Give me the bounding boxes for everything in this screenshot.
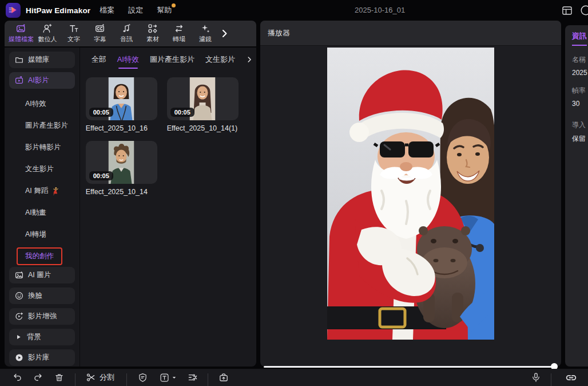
tool-media-files[interactable]: 媒體檔案 [8, 23, 34, 44]
tool-filter[interactable]: 濾鏡 [192, 23, 218, 44]
folder-icon [15, 56, 23, 64]
field-label-name: 名稱 [572, 55, 588, 65]
smart-cut-icon[interactable] [188, 369, 198, 386]
redo-icon[interactable] [33, 369, 43, 386]
clip-grid: 00:05 Effect_2025_10_16 00:05 [80, 68, 256, 204]
annotation-highlight-box: 我的創作 [17, 247, 62, 265]
sidebar-item-ai-animation[interactable]: AI動畫 [5, 202, 80, 223]
sidebar-item-text-to-video[interactable]: 文生影片 [5, 158, 80, 180]
main-toolbar: 媒體檔案 數位人 文字 字幕 音訊 素材 轉場 濾鏡 [5, 21, 256, 46]
video-enhance-icon [15, 312, 23, 321]
field-value-import: 保留 [572, 134, 588, 144]
app-logo [6, 3, 21, 18]
sidebar-item-video-library[interactable]: 影片庫 [9, 349, 75, 366]
menu-help[interactable]: 幫助 [157, 5, 172, 15]
menu-file[interactable]: 檔案 [100, 5, 114, 15]
split-button[interactable]: 分割 [86, 369, 114, 386]
tool-text[interactable]: 文字 [61, 23, 87, 44]
voiceover-mic-icon[interactable] [531, 369, 541, 386]
text-tool-icon[interactable] [160, 369, 177, 386]
sidebar-item-image-to-video[interactable]: 圖片產生影片 [5, 115, 80, 136]
play-circle-icon [15, 353, 23, 362]
duration-badge: 00:05 [89, 108, 113, 117]
clip-name: Effect_2025_10_14 [86, 188, 157, 196]
sidebar-item-background[interactable]: 背景 [9, 329, 75, 345]
notification-dot-icon [172, 3, 176, 7]
tool-assets[interactable]: 素材 [140, 23, 166, 44]
field-label-framerate: 幀率 [572, 86, 588, 96]
divider [551, 373, 551, 386]
scissors-icon [86, 372, 96, 383]
play-triangle-icon [15, 333, 22, 341]
delete-icon[interactable] [54, 369, 64, 386]
divider [208, 373, 208, 386]
layout-icon[interactable] [562, 5, 573, 16]
video-preview[interactable] [327, 48, 494, 340]
tool-transition[interactable]: 轉場 [166, 23, 192, 44]
sidebar-item-ai-effects[interactable]: AI特效 [5, 93, 80, 115]
dancer-icon [51, 187, 59, 195]
mask-shield-icon[interactable] [138, 369, 148, 386]
playback-progress-bar[interactable] [264, 366, 555, 368]
caret-down-icon [172, 375, 177, 380]
face-swap-icon [15, 292, 23, 300]
toolbar-more-chevron-right-icon[interactable] [220, 29, 229, 38]
menu-settings[interactable]: 設定 [128, 5, 143, 15]
sidebar-item-ai-dance[interactable]: AI 舞蹈 [5, 180, 80, 202]
tab-image-to-video[interactable]: 圖片產生影片 [150, 54, 194, 65]
field-label-import: 導入 [572, 120, 588, 130]
tab-info[interactable]: 資訊 [572, 31, 587, 46]
library-panel: 媒體庫 AI影片 AI特效 圖片產生影片 影片轉影片 文生影片 AI 舞蹈 AI… [5, 48, 256, 367]
library-tabs: 全部 AI特效 圖片產生影片 文生影片 [80, 51, 256, 68]
clip-card[interactable]: 00:05 Effect_2025_10_16 [86, 77, 157, 132]
sidebar-item-ai-video[interactable]: AI影片 [9, 72, 75, 89]
sidebar-item-my-creations[interactable]: 我的創作 [5, 245, 80, 267]
clip-card[interactable]: 00:05 Effect_2025_10_14 [86, 141, 157, 196]
tool-audio[interactable]: 音訊 [113, 23, 140, 44]
ai-video-icon [15, 76, 23, 85]
tab-all[interactable]: 全部 [92, 54, 106, 65]
tool-captions[interactable]: 字幕 [87, 23, 113, 44]
player-panel: 播放器 [260, 21, 561, 367]
app-name: HitPaw Edimakor [26, 6, 90, 15]
timeline-toolbar: 分割 [0, 369, 588, 386]
tabs-more-chevron-right-icon[interactable] [246, 56, 253, 63]
sidebar-item-face-swap[interactable]: 換臉 [9, 287, 75, 304]
sidebar-item-video-to-video[interactable]: 影片轉影片 [5, 136, 80, 158]
top-menu-bar: HitPaw Edimakor 檔案 設定 幫助 2025-10-16_01 [0, 0, 588, 21]
field-value-name: 2025 [572, 69, 588, 77]
duration-badge: 00:05 [170, 108, 194, 117]
player-title: 播放器 [268, 28, 290, 38]
tool-digital-human[interactable]: 數位人 [34, 23, 61, 44]
sidebar-item-ai-transition[interactable]: AI轉場 [5, 223, 80, 245]
export-clip-icon[interactable] [218, 369, 229, 386]
ai-image-icon [15, 271, 23, 279]
duration-badge: 00:05 [89, 171, 113, 180]
divider [126, 373, 127, 386]
sidebar-item-ai-image[interactable]: AI 圖片 [9, 267, 75, 283]
link-clips-icon[interactable] [566, 369, 577, 386]
clip-name: Effect_2025_10_16 [86, 124, 157, 132]
sidebar: 媒體庫 AI影片 AI特效 圖片產生影片 影片轉影片 文生影片 AI 舞蹈 AI… [5, 48, 80, 367]
sidebar-item-media-library[interactable]: 媒體庫 [9, 52, 75, 68]
field-value-framerate: 30 [572, 100, 588, 108]
inspector-panel: 資訊 名稱 2025 幀率 30 導入 保留 [565, 25, 588, 367]
tab-text-to-video[interactable]: 文生影片 [205, 54, 235, 65]
tab-ai-effects[interactable]: AI特效 [117, 54, 139, 65]
undo-icon[interactable] [12, 369, 22, 386]
help-circle-icon[interactable] [580, 5, 588, 16]
library-content: 全部 AI特效 圖片產生影片 文生影片 [80, 48, 256, 367]
clip-card[interactable]: 00:05 Effect_2025_10_14(1) [167, 77, 239, 132]
player-header: 播放器 [260, 21, 561, 46]
window-title: 2025-10-16_01 [355, 6, 405, 14]
clip-name: Effect_2025_10_14(1) [167, 124, 239, 132]
divider [75, 373, 76, 386]
sidebar-item-video-enhance[interactable]: 影片增強 [9, 308, 75, 325]
